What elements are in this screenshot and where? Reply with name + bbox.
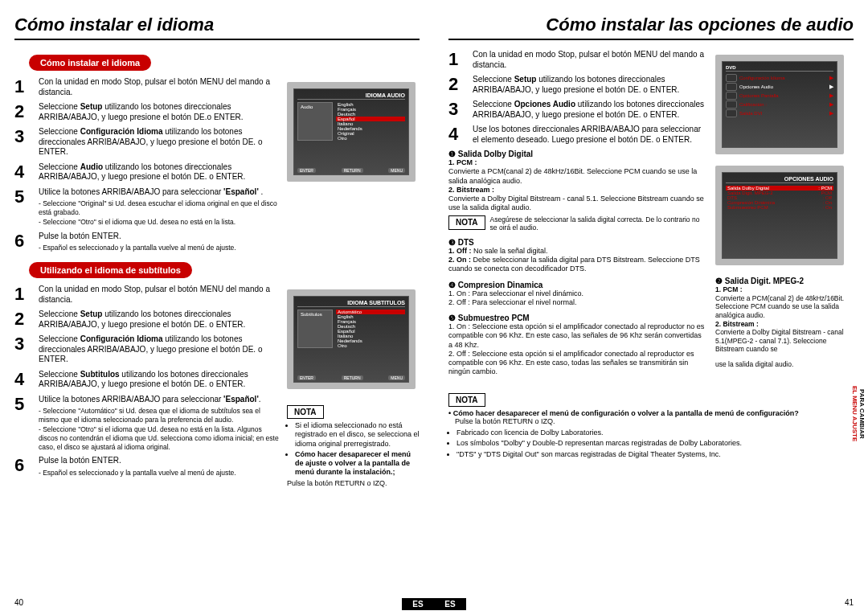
page-title-right: Cómo instalar las opciones de audio (448, 14, 854, 40)
nota-item: Cómo hacer desaparecer el menú de ajuste… (295, 450, 420, 478)
step-item: Con la unidad en modo Stop, pulsar el bo… (448, 50, 707, 70)
step-item: Seleccione Setup utilizando los botones … (14, 102, 280, 122)
tv-screenshot-config: DVD Configuración Idioma▶Opciones Audio▶… (715, 55, 844, 154)
step-item: Pulse la botón ENTER.- Español es selecc… (14, 456, 280, 477)
step-item: Con la unidad en modo Stop, pulsar el bo… (14, 285, 280, 305)
nota-right: NOTA • Cómo hacer desaparecer el menú de… (448, 388, 854, 460)
right-top-row: Con la unidad en modo Stop, pulsar el bo… (448, 50, 854, 383)
audio-mpeg2: ❷ Salida Digit. MPEG-2 1. PCM : Conviert… (715, 277, 854, 354)
section-heading-lang: Cómo instalar el idioma (29, 55, 151, 71)
step-item: Pulse la botón ENTER.- Español es selecc… (14, 232, 280, 252)
nota-left: NOTA Si el idioma seleccionado no está r… (287, 400, 420, 487)
step-item: Seleccione Subtitulos utilizando los bot… (14, 370, 280, 390)
section2-columns: Con la unidad en modo Stop, pulsar el bo… (14, 285, 420, 489)
step-item: Use los botones direccionales ARRIBA/ABA… (448, 125, 707, 145)
section-heading-subtitle: Utilizando el idioma de subtítulos (29, 262, 192, 278)
lang-tab-es: ES (434, 598, 466, 610)
audio-dts: ❸ DTS 1. Off : No sale la señal digital.… (448, 238, 707, 274)
tv-screenshot-subtitle: IDIOMA SUBTITULOS Subtítulos AutomáticoE… (287, 289, 416, 389)
steps1: Con la unidad en modo Stop, pulsar el bo… (14, 77, 280, 257)
audio-dolby: ❶ Salida Dolby Digital 1. PCM : Conviert… (448, 150, 707, 232)
right-side-col: DVD Configuración Idioma▶Opciones Audio▶… (715, 50, 854, 383)
tv-screenshot-audio: IDIOMA AUDIO Audio EnglishFrançaisDeutsc… (287, 82, 416, 182)
audio-submuestreo: ❺ Submuestreo PCM 1. On : Seleccione est… (448, 314, 707, 377)
step-item: Con la unidad en modo Stop, pulsar el bo… (14, 77, 280, 97)
audio-steps-col: Con la unidad en modo Stop, pulsar el bo… (448, 50, 707, 383)
steps2: Con la unidad en modo Stop, pulsar el bo… (14, 285, 280, 489)
page-number: 40 (14, 598, 23, 607)
step-item: Utilice la botones ARRIBA/ABAJO para sel… (14, 187, 280, 227)
step-item: Seleccione Setup utilizando los botones … (448, 75, 707, 95)
side-tab: PARA CAMBIAR EL MENU AJUSTE (850, 386, 865, 441)
tv-screenshot-audio-options: OPCIONES AUDIO Salida Dolby Digital: PCM… (715, 166, 844, 265)
section1-columns: Con la unidad en modo Stop, pulsar el bo… (14, 77, 420, 257)
page-title-left: Cómo instalar el idioma (14, 14, 420, 40)
page-40: Cómo instalar el idioma Cómo instalar el… (0, 0, 434, 615)
step-item: Seleccione Configuración Idioma utilizan… (14, 127, 280, 158)
step-item: Seleccione Audio utilizando los botones … (14, 162, 280, 182)
lang-tab-es: ES (402, 598, 434, 610)
nota-item: Si el idioma seleccionado no está regist… (295, 421, 420, 449)
step-item: Utilice la botones ARRIBA/ABAJO para sel… (14, 395, 280, 452)
tv2-side: IDIOMA SUBTITULOS Subtítulos AutomáticoE… (287, 285, 420, 489)
tv1-side: IDIOMA AUDIO Audio EnglishFrançaisDeutsc… (287, 77, 420, 257)
step-item: Seleccione Setup utilizando los botones … (14, 310, 280, 330)
page-number: 41 (845, 598, 854, 607)
step-item: Seleccione Opciones Audio utilizando los… (448, 100, 707, 120)
step-item: Seleccione Configuración Idioma utilizan… (14, 334, 280, 365)
page-41: Cómo instalar las opciones de audio Con … (434, 0, 868, 615)
audio-compresion: ❹ Compresion Dinamica 1. On : Para selec… (448, 281, 707, 308)
